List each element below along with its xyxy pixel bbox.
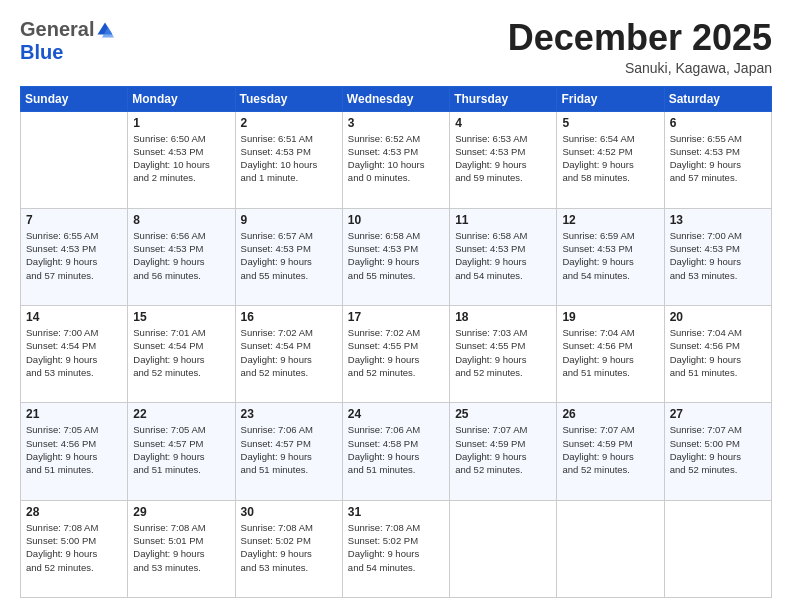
day-number: 11 xyxy=(455,213,551,227)
day-number: 24 xyxy=(348,407,444,421)
calendar-header-row: SundayMondayTuesdayWednesdayThursdayFrid… xyxy=(21,86,772,111)
calendar-cell: 28Sunrise: 7:08 AM Sunset: 5:00 PM Dayli… xyxy=(21,500,128,597)
calendar-cell: 24Sunrise: 7:06 AM Sunset: 4:58 PM Dayli… xyxy=(342,403,449,500)
day-info: Sunrise: 6:59 AM Sunset: 4:53 PM Dayligh… xyxy=(562,229,658,282)
day-info: Sunrise: 7:08 AM Sunset: 5:02 PM Dayligh… xyxy=(348,521,444,574)
day-info: Sunrise: 7:01 AM Sunset: 4:54 PM Dayligh… xyxy=(133,326,229,379)
day-info: Sunrise: 7:07 AM Sunset: 4:59 PM Dayligh… xyxy=(562,423,658,476)
calendar-cell: 16Sunrise: 7:02 AM Sunset: 4:54 PM Dayli… xyxy=(235,306,342,403)
calendar-day-header: Sunday xyxy=(21,86,128,111)
day-number: 16 xyxy=(241,310,337,324)
day-number: 7 xyxy=(26,213,122,227)
calendar-cell: 11Sunrise: 6:58 AM Sunset: 4:53 PM Dayli… xyxy=(450,208,557,305)
day-number: 9 xyxy=(241,213,337,227)
day-info: Sunrise: 6:55 AM Sunset: 4:53 PM Dayligh… xyxy=(26,229,122,282)
calendar-day-header: Monday xyxy=(128,86,235,111)
calendar-cell: 7Sunrise: 6:55 AM Sunset: 4:53 PM Daylig… xyxy=(21,208,128,305)
day-number: 3 xyxy=(348,116,444,130)
day-info: Sunrise: 7:00 AM Sunset: 4:53 PM Dayligh… xyxy=(670,229,766,282)
calendar-cell xyxy=(664,500,771,597)
day-info: Sunrise: 6:54 AM Sunset: 4:52 PM Dayligh… xyxy=(562,132,658,185)
day-info: Sunrise: 7:04 AM Sunset: 4:56 PM Dayligh… xyxy=(562,326,658,379)
day-number: 19 xyxy=(562,310,658,324)
calendar-cell: 22Sunrise: 7:05 AM Sunset: 4:57 PM Dayli… xyxy=(128,403,235,500)
day-number: 5 xyxy=(562,116,658,130)
calendar-cell: 29Sunrise: 7:08 AM Sunset: 5:01 PM Dayli… xyxy=(128,500,235,597)
calendar-cell: 10Sunrise: 6:58 AM Sunset: 4:53 PM Dayli… xyxy=(342,208,449,305)
calendar-week-row: 28Sunrise: 7:08 AM Sunset: 5:00 PM Dayli… xyxy=(21,500,772,597)
day-info: Sunrise: 7:07 AM Sunset: 5:00 PM Dayligh… xyxy=(670,423,766,476)
calendar-cell xyxy=(557,500,664,597)
calendar-week-row: 7Sunrise: 6:55 AM Sunset: 4:53 PM Daylig… xyxy=(21,208,772,305)
day-info: Sunrise: 7:07 AM Sunset: 4:59 PM Dayligh… xyxy=(455,423,551,476)
calendar-day-header: Thursday xyxy=(450,86,557,111)
calendar-cell: 4Sunrise: 6:53 AM Sunset: 4:53 PM Daylig… xyxy=(450,111,557,208)
day-number: 20 xyxy=(670,310,766,324)
day-info: Sunrise: 6:57 AM Sunset: 4:53 PM Dayligh… xyxy=(241,229,337,282)
day-number: 25 xyxy=(455,407,551,421)
calendar-day-header: Wednesday xyxy=(342,86,449,111)
calendar-cell: 17Sunrise: 7:02 AM Sunset: 4:55 PM Dayli… xyxy=(342,306,449,403)
day-number: 4 xyxy=(455,116,551,130)
day-number: 6 xyxy=(670,116,766,130)
day-number: 10 xyxy=(348,213,444,227)
day-number: 29 xyxy=(133,505,229,519)
calendar-cell: 9Sunrise: 6:57 AM Sunset: 4:53 PM Daylig… xyxy=(235,208,342,305)
day-info: Sunrise: 6:53 AM Sunset: 4:53 PM Dayligh… xyxy=(455,132,551,185)
calendar-cell: 31Sunrise: 7:08 AM Sunset: 5:02 PM Dayli… xyxy=(342,500,449,597)
day-number: 15 xyxy=(133,310,229,324)
day-info: Sunrise: 7:06 AM Sunset: 4:58 PM Dayligh… xyxy=(348,423,444,476)
day-info: Sunrise: 7:06 AM Sunset: 4:57 PM Dayligh… xyxy=(241,423,337,476)
day-info: Sunrise: 7:04 AM Sunset: 4:56 PM Dayligh… xyxy=(670,326,766,379)
calendar-cell: 8Sunrise: 6:56 AM Sunset: 4:53 PM Daylig… xyxy=(128,208,235,305)
calendar-day-header: Saturday xyxy=(664,86,771,111)
day-number: 12 xyxy=(562,213,658,227)
day-info: Sunrise: 7:02 AM Sunset: 4:54 PM Dayligh… xyxy=(241,326,337,379)
subtitle: Sanuki, Kagawa, Japan xyxy=(508,60,772,76)
calendar-cell: 20Sunrise: 7:04 AM Sunset: 4:56 PM Dayli… xyxy=(664,306,771,403)
calendar-cell: 13Sunrise: 7:00 AM Sunset: 4:53 PM Dayli… xyxy=(664,208,771,305)
day-number: 14 xyxy=(26,310,122,324)
day-number: 1 xyxy=(133,116,229,130)
day-number: 23 xyxy=(241,407,337,421)
day-number: 18 xyxy=(455,310,551,324)
day-info: Sunrise: 6:52 AM Sunset: 4:53 PM Dayligh… xyxy=(348,132,444,185)
calendar-day-header: Friday xyxy=(557,86,664,111)
day-info: Sunrise: 7:08 AM Sunset: 5:02 PM Dayligh… xyxy=(241,521,337,574)
calendar-day-header: Tuesday xyxy=(235,86,342,111)
calendar-cell: 21Sunrise: 7:05 AM Sunset: 4:56 PM Dayli… xyxy=(21,403,128,500)
calendar-cell: 23Sunrise: 7:06 AM Sunset: 4:57 PM Dayli… xyxy=(235,403,342,500)
day-number: 21 xyxy=(26,407,122,421)
calendar-week-row: 14Sunrise: 7:00 AM Sunset: 4:54 PM Dayli… xyxy=(21,306,772,403)
calendar-cell: 1Sunrise: 6:50 AM Sunset: 4:53 PM Daylig… xyxy=(128,111,235,208)
day-number: 30 xyxy=(241,505,337,519)
day-number: 8 xyxy=(133,213,229,227)
logo-blue: Blue xyxy=(20,41,63,64)
calendar-cell: 14Sunrise: 7:00 AM Sunset: 4:54 PM Dayli… xyxy=(21,306,128,403)
logo-general: General xyxy=(20,18,94,41)
day-info: Sunrise: 6:56 AM Sunset: 4:53 PM Dayligh… xyxy=(133,229,229,282)
day-number: 13 xyxy=(670,213,766,227)
calendar-cell: 19Sunrise: 7:04 AM Sunset: 4:56 PM Dayli… xyxy=(557,306,664,403)
calendar-cell xyxy=(21,111,128,208)
calendar-cell: 5Sunrise: 6:54 AM Sunset: 4:52 PM Daylig… xyxy=(557,111,664,208)
day-number: 22 xyxy=(133,407,229,421)
day-info: Sunrise: 6:58 AM Sunset: 4:53 PM Dayligh… xyxy=(348,229,444,282)
calendar-cell: 30Sunrise: 7:08 AM Sunset: 5:02 PM Dayli… xyxy=(235,500,342,597)
logo: General Blue xyxy=(20,18,114,64)
calendar-cell: 18Sunrise: 7:03 AM Sunset: 4:55 PM Dayli… xyxy=(450,306,557,403)
calendar-cell: 3Sunrise: 6:52 AM Sunset: 4:53 PM Daylig… xyxy=(342,111,449,208)
calendar-table: SundayMondayTuesdayWednesdayThursdayFrid… xyxy=(20,86,772,598)
day-number: 27 xyxy=(670,407,766,421)
calendar-week-row: 1Sunrise: 6:50 AM Sunset: 4:53 PM Daylig… xyxy=(21,111,772,208)
calendar-cell: 26Sunrise: 7:07 AM Sunset: 4:59 PM Dayli… xyxy=(557,403,664,500)
logo-icon xyxy=(96,21,114,39)
day-info: Sunrise: 6:58 AM Sunset: 4:53 PM Dayligh… xyxy=(455,229,551,282)
day-info: Sunrise: 7:02 AM Sunset: 4:55 PM Dayligh… xyxy=(348,326,444,379)
day-info: Sunrise: 7:08 AM Sunset: 5:01 PM Dayligh… xyxy=(133,521,229,574)
calendar-cell: 15Sunrise: 7:01 AM Sunset: 4:54 PM Dayli… xyxy=(128,306,235,403)
day-info: Sunrise: 7:08 AM Sunset: 5:00 PM Dayligh… xyxy=(26,521,122,574)
day-info: Sunrise: 6:50 AM Sunset: 4:53 PM Dayligh… xyxy=(133,132,229,185)
calendar-cell: 6Sunrise: 6:55 AM Sunset: 4:53 PM Daylig… xyxy=(664,111,771,208)
calendar-cell: 25Sunrise: 7:07 AM Sunset: 4:59 PM Dayli… xyxy=(450,403,557,500)
